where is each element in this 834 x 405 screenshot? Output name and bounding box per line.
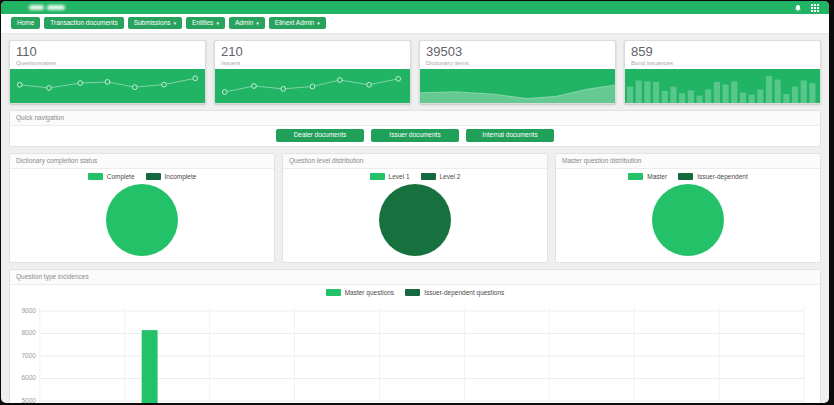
pie-chart <box>652 184 724 256</box>
nav-item-label: Entities <box>192 19 213 27</box>
legend-swatch <box>146 173 161 180</box>
panel-question-level-distribution: Question level distributionLevel 1Level … <box>282 153 548 263</box>
stat-sparkline-bars <box>625 69 820 103</box>
legend-item-level-2: Level 2 <box>421 173 461 180</box>
incidences-title: Question type incidences <box>10 270 820 285</box>
pie-panels-row: Dictionary completion statusCompleteInco… <box>9 153 821 263</box>
legend-item-master: Master <box>628 173 667 180</box>
dashboard: 110Questionnaires210Issuers39503Dictiona… <box>1 34 829 403</box>
nav-item-label: Transaction documents <box>50 19 117 27</box>
svg-text:8000: 8000 <box>21 329 36 336</box>
quick-navigation-panel: Quick navigation Dealer documentsIssuer … <box>9 110 821 147</box>
chevron-down-icon: ▾ <box>317 21 320 26</box>
quick-navigation-title: Quick navigation <box>10 111 820 126</box>
pie-panel-body: Level 1Level 2 <box>283 169 547 256</box>
quick-nav-button-issuer-documents[interactable]: Issuer documents <box>371 129 459 142</box>
panel-dictionary-completion-status: Dictionary completion statusCompleteInco… <box>9 153 275 263</box>
stat-card-questionnaires: 110Questionnaires <box>9 40 206 104</box>
stat-card-top: 210Issuers <box>215 41 410 69</box>
pie-chart <box>106 184 178 256</box>
stat-label: Questionnaires <box>16 60 199 66</box>
svg-text:7000: 7000 <box>21 352 36 359</box>
legend-label: Master questions <box>345 289 395 296</box>
bell-icon[interactable] <box>794 4 802 12</box>
stat-cards-row: 110Questionnaires210Issuers39503Dictiona… <box>9 40 821 104</box>
app-logo[interactable] <box>29 5 65 10</box>
nav-item-entities[interactable]: Entities▾ <box>186 17 225 29</box>
stat-label: Issuers <box>221 60 404 66</box>
svg-text:5000: 5000 <box>21 397 36 403</box>
quick-nav-button-dealer-documents[interactable]: Dealer documents <box>276 129 364 142</box>
svg-text:6000: 6000 <box>21 374 36 381</box>
main-nav: HomeTransaction documentsSubmissions▾Ent… <box>1 14 829 34</box>
pie-panel-body: MasterIssuer-dependent <box>556 169 820 256</box>
chevron-down-icon: ▾ <box>216 21 219 26</box>
nav-item-elinext-admin[interactable]: Elinext Admin▾ <box>269 17 326 29</box>
incidences-body: Master questionsIssuer-dependent questio… <box>10 285 820 403</box>
topbar <box>1 1 829 14</box>
nav-item-home[interactable]: Home <box>11 17 40 29</box>
stat-sparkline-line <box>10 69 205 103</box>
quick-nav-button-internal-documents[interactable]: Internal documents <box>466 129 554 142</box>
nav-item-submissions[interactable]: Submissions▾ <box>128 17 182 29</box>
legend-item-issuer-dependent-questions: Issuer-dependent questions <box>405 289 504 296</box>
legend-label: Incomplete <box>165 173 197 180</box>
stat-label: Bond issuances <box>631 60 814 66</box>
chevron-down-icon: ▾ <box>256 21 259 26</box>
stat-card-top: 110Questionnaires <box>10 41 205 69</box>
legend-label: Level 1 <box>389 173 410 180</box>
legend-item-issuer-dependent: Issuer-dependent <box>678 173 748 180</box>
quick-navigation-buttons: Dealer documentsIssuer documentsInternal… <box>10 126 820 146</box>
nav-item-label: Submissions <box>134 19 171 27</box>
chevron-down-icon: ▾ <box>174 21 177 26</box>
legend-swatch <box>326 289 341 296</box>
stat-sparkline-line <box>215 69 410 103</box>
stat-card-issuers: 210Issuers <box>214 40 411 104</box>
nav-item-label: Home <box>17 19 34 27</box>
stat-card-bond-issuances: 859Bond issuances <box>624 40 821 104</box>
legend-swatch <box>370 173 385 180</box>
nav-item-label: Elinext Admin <box>275 19 314 27</box>
stat-sparkline-area <box>420 69 615 103</box>
incidences-bar-chart: 900080007000600050004000 <box>10 297 820 403</box>
nav-item-label: Admin <box>235 19 253 27</box>
legend-swatch <box>678 173 693 180</box>
legend-label: Complete <box>107 173 135 180</box>
legend-item-level-1: Level 1 <box>370 173 410 180</box>
panel-title: Dictionary completion status <box>10 154 274 169</box>
legend-item-complete: Complete <box>88 173 135 180</box>
incidences-legend: Master questionsIssuer-dependent questio… <box>10 285 820 297</box>
stat-value: 110 <box>16 44 199 59</box>
legend-swatch <box>405 289 420 296</box>
panel-title: Master question distribution <box>556 154 820 169</box>
pie-legend: Level 1Level 2 <box>283 169 547 181</box>
incidences-panel: Question type incidences Master question… <box>9 269 821 403</box>
apps-grid-icon[interactable] <box>811 4 819 12</box>
legend-swatch <box>421 173 436 180</box>
stat-card-dictionary-items: 39503Dictionary items <box>419 40 616 104</box>
stat-value: 39503 <box>426 44 609 59</box>
app-root: HomeTransaction documentsSubmissions▾Ent… <box>1 1 829 403</box>
legend-label: Issuer-dependent questions <box>424 289 504 296</box>
pie-legend: CompleteIncomplete <box>10 169 274 181</box>
stat-card-top: 859Bond issuances <box>625 41 820 69</box>
pie-panel-body: CompleteIncomplete <box>10 169 274 256</box>
legend-label: Master <box>647 173 667 180</box>
nav-item-admin[interactable]: Admin▾ <box>229 17 265 29</box>
nav-item-transaction-documents[interactable]: Transaction documents <box>44 17 123 29</box>
legend-item-incomplete: Incomplete <box>146 173 197 180</box>
panel-title: Question level distribution <box>283 154 547 169</box>
pie-chart <box>379 184 451 256</box>
stat-value: 210 <box>221 44 404 59</box>
stat-card-top: 39503Dictionary items <box>420 41 615 69</box>
legend-label: Level 2 <box>440 173 461 180</box>
legend-swatch <box>88 173 103 180</box>
pie-legend: MasterIssuer-dependent <box>556 169 820 181</box>
topbar-icons <box>794 4 819 12</box>
legend-label: Issuer-dependent <box>697 173 748 180</box>
stat-label: Dictionary items <box>426 60 609 66</box>
svg-text:9000: 9000 <box>21 307 36 314</box>
legend-swatch <box>628 173 643 180</box>
legend-item-master-questions: Master questions <box>326 289 395 296</box>
stat-value: 859 <box>631 44 814 59</box>
